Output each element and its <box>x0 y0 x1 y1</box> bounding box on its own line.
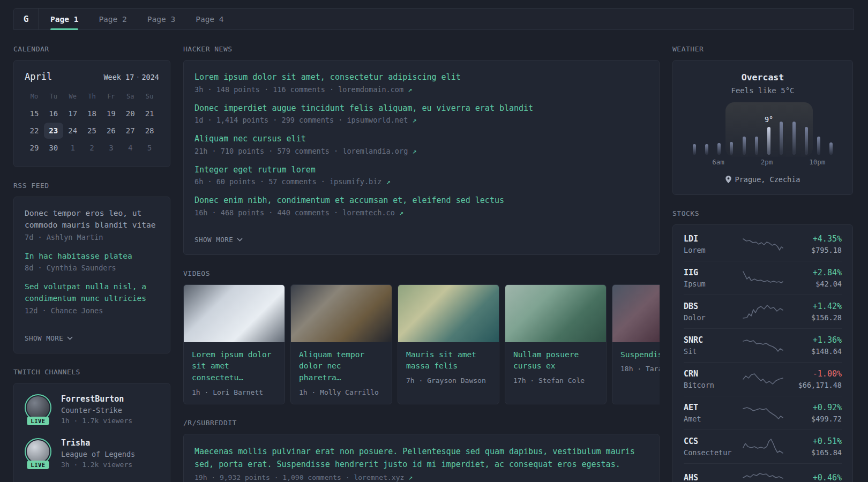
twitch-channel-row[interactable]: LIVE ForrestBurton Counter-Strike 1h · 1… <box>25 394 159 425</box>
stock-ticker: SNRC <box>684 335 742 345</box>
hn-show-more-button[interactable]: SHOW MORE <box>194 236 243 244</box>
calendar-day: 20 <box>121 106 140 122</box>
video-carousel[interactable]: Lorem ipsum dolor sit amet consectetu… 1… <box>183 284 660 404</box>
external-link-icon[interactable]: ↗ <box>399 208 403 217</box>
video-card[interactable]: Nullam posuere cursus ex 17h · Stefan Co… <box>505 284 607 404</box>
show-more-label: SHOW MORE <box>25 334 63 342</box>
hn-item: Donec imperdiet augue tincidunt felis al… <box>194 102 648 125</box>
top-nav: G Page 1 Page 2 Page 3 Page 4 <box>13 8 854 30</box>
weather-bar-cell <box>738 137 750 155</box>
hn-item-link[interactable]: Lorem ipsum dolor sit amet, consectetur … <box>194 71 648 84</box>
stock-row[interactable]: IIGIpsum +2.84%$42.04 <box>684 261 842 295</box>
stocks-card: LDILorem +4.35%$795.18 IIGIpsum +2.84%$4… <box>672 224 853 482</box>
stock-change: +1.42% <box>784 302 842 311</box>
weather-bar-cell <box>713 143 725 155</box>
calendar-day: 4 <box>121 140 140 156</box>
video-card[interactable]: Suspendisse diam 18h · Tara <box>612 284 660 404</box>
calendar-day: 24 <box>63 123 83 139</box>
video-card[interactable]: Mauris sit amet massa felis 7h · Grayson… <box>398 284 499 404</box>
weather-bar-cell <box>688 144 700 155</box>
stock-ticker: LDI <box>684 234 742 244</box>
stock-row[interactable]: CRNBitcorn -1.00%$66,171.48 <box>684 362 842 396</box>
weather-time-tick <box>797 158 810 166</box>
video-title-link[interactable]: Lorem ipsum dolor sit amet consectetu… <box>192 349 276 384</box>
subreddit-widget: /R/SUBREDDIT Maecenas mollis pulvinar er… <box>183 419 660 482</box>
stock-change: +0.92% <box>784 403 842 412</box>
stocks-section-label: STOCKS <box>672 209 853 217</box>
rss-item-link[interactable]: In hac habitasse platea <box>25 251 159 262</box>
stock-row[interactable]: LDILorem +4.35%$795.18 <box>684 228 842 261</box>
weather-bar-cell <box>788 122 800 155</box>
video-card[interactable]: Aliquam tempor dolor nec pharetra… 1h · … <box>290 284 392 404</box>
calendar-day: 22 <box>25 123 44 139</box>
twitch-avatar-wrap: LIVE <box>25 394 51 421</box>
external-link-icon[interactable]: ↗ <box>412 147 416 155</box>
stock-sparkline <box>742 236 784 253</box>
video-title-link[interactable]: Aliquam tempor dolor nec pharetra… <box>299 349 384 384</box>
stock-row[interactable]: AETAmet +0.92%$499.72 <box>684 396 842 430</box>
stock-name: Lorem <box>684 246 742 254</box>
stock-sparkline <box>742 438 784 455</box>
weather-bar <box>829 142 833 155</box>
hn-item-link[interactable]: Donec enim nibh, condimentum et accumsan… <box>194 194 648 207</box>
weekday-label: Mo <box>25 93 44 100</box>
stock-row[interactable]: SNRCSit +1.36%$148.64 <box>684 328 842 362</box>
tab-page-4[interactable]: Page 4 <box>196 9 223 29</box>
video-thumbnail <box>184 285 285 342</box>
hn-item-link[interactable]: Donec imperdiet augue tincidunt felis al… <box>194 102 648 115</box>
rss-item: Donec tempor eros leo, ut commodo mauris… <box>25 208 159 242</box>
tab-page-3[interactable]: Page 3 <box>147 9 175 29</box>
weekday-label: Fr <box>101 93 121 100</box>
calendar-month: April <box>25 71 52 82</box>
weather-bar-cell <box>813 137 825 155</box>
weekday-label: We <box>63 93 83 100</box>
weather-time-tick: 2pm <box>761 158 773 166</box>
video-title-link[interactable]: Suspendisse diam <box>620 349 660 361</box>
external-link-icon[interactable]: ↗ <box>386 177 391 186</box>
rss-item-link[interactable]: Sed volutpat nulla nisl, a condimentum n… <box>25 281 159 305</box>
video-title-link[interactable]: Mauris sit amet massa felis <box>406 349 491 373</box>
reddit-meta-text: 19h · 9,932 points · 1,090 comments · lo… <box>194 473 404 481</box>
stock-change: +2.84% <box>784 268 842 277</box>
stock-change: -1.00% <box>784 369 842 379</box>
live-badge: LIVE <box>27 461 49 469</box>
app-logo[interactable]: G <box>14 9 39 29</box>
tab-page-1[interactable]: Page 1 <box>50 9 78 29</box>
calendar-weekday-row: Mo Tu We Th Fr Sa Su <box>25 93 159 100</box>
reddit-post-link[interactable]: Maecenas mollis pulvinar erat non posuer… <box>194 445 648 471</box>
hn-meta-text: 16h · 468 points · 440 comments · loremt… <box>194 208 395 217</box>
rss-item-meta: 7d · Ashlyn Martin <box>25 233 159 242</box>
hn-item-link[interactable]: Integer eget rutrum lorem <box>194 164 648 176</box>
external-link-icon[interactable]: ↗ <box>408 85 412 94</box>
external-link-icon[interactable]: ↗ <box>408 473 413 481</box>
stock-row[interactable]: CCSConsectetur +0.51%$165.84 <box>684 430 842 463</box>
calendar-day: 5 <box>140 140 159 156</box>
weather-bar-cell <box>825 142 837 155</box>
hn-meta-text: 21h · 710 points · 579 comments · loreml… <box>194 147 408 155</box>
video-title-link[interactable]: Nullam posuere cursus ex <box>513 349 598 373</box>
video-meta: 1h · Lori Barnett <box>192 388 276 396</box>
stock-sparkline <box>742 337 784 354</box>
weather-time-tick <box>785 158 797 166</box>
calendar-day: 30 <box>44 140 63 156</box>
hn-item: Donec enim nibh, condimentum et accumsan… <box>194 194 648 217</box>
stock-sparkline <box>742 303 784 320</box>
stock-row[interactable]: DBSDolor +1.42%$156.28 <box>684 295 842 328</box>
stock-row[interactable]: AHS +0.46% <box>684 463 842 482</box>
twitch-channel-name: Trisha <box>61 438 135 448</box>
video-meta: 7h · Grayson Dawson <box>406 376 491 385</box>
tab-page-2[interactable]: Page 2 <box>99 9 126 29</box>
hn-item-link[interactable]: Aliquam nec cursus elit <box>194 133 648 145</box>
rss-item-link[interactable]: Donec tempor eros leo, ut commodo mauris… <box>25 208 159 231</box>
external-link-icon[interactable]: ↗ <box>412 116 416 124</box>
weather-feels-like: Feels like 5°C <box>684 86 842 95</box>
weekday-label: Tu <box>44 93 63 100</box>
left-column: CALENDAR April Week 17·2024 Mo Tu We Th … <box>13 45 170 482</box>
twitch-channel-row[interactable]: LIVE Trisha League of Legends 3h · 1.2k … <box>25 438 159 469</box>
rss-item-meta: 12d · Chance Jones <box>25 306 159 315</box>
stock-change: +0.46% <box>784 473 842 482</box>
video-card[interactable]: Lorem ipsum dolor sit amet consectetu… 1… <box>183 284 285 404</box>
rss-show-more-button[interactable]: SHOW MORE <box>25 334 73 342</box>
weather-bar-cell <box>775 122 788 155</box>
video-thumbnail <box>612 285 660 342</box>
